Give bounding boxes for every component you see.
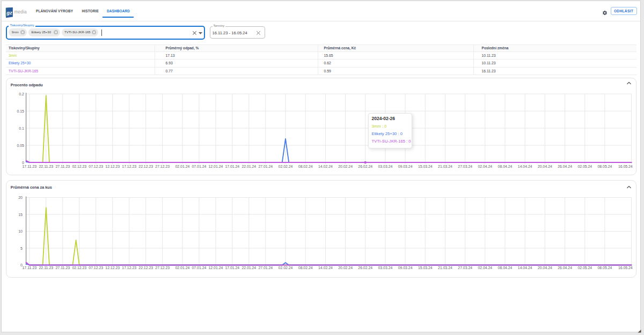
- svg-text:15.03.24: 15.03.24: [418, 266, 433, 270]
- svg-text:15: 15: [18, 213, 23, 217]
- svg-text:02.04.24: 02.04.24: [478, 266, 492, 270]
- svg-text:0.15: 0.15: [17, 109, 24, 113]
- svg-text:07.12.23: 07.12.23: [89, 165, 103, 168]
- svg-text:15.03.24: 15.03.24: [418, 165, 433, 168]
- svg-text:02.05.24: 02.05.24: [577, 266, 592, 270]
- svg-text:12.01.24: 12.01.24: [209, 266, 223, 270]
- svg-text:14.04.24: 14.04.24: [518, 266, 532, 270]
- svg-text:27.01.24: 27.01.24: [258, 165, 273, 168]
- svg-text:08.02.24: 08.02.24: [298, 165, 313, 168]
- svg-text:22.01.24: 22.01.24: [241, 165, 256, 168]
- svg-text:22.12.23: 22.12.23: [138, 165, 153, 168]
- svg-text:22.12.23: 22.12.23: [138, 266, 153, 270]
- svg-text:08.04.24: 08.04.24: [498, 266, 513, 270]
- svg-text:27.11.23: 27.11.23: [55, 266, 70, 270]
- svg-text:08.05.24: 08.05.24: [598, 266, 612, 270]
- svg-text:21.03.24: 21.03.24: [438, 266, 452, 270]
- svg-text:12.12.23: 12.12.23: [105, 266, 120, 270]
- svg-text:02.01.24: 02.01.24: [175, 266, 190, 270]
- svg-text:12.01.24: 12.01.24: [209, 165, 223, 168]
- svg-text:17.12.23: 17.12.23: [122, 266, 136, 270]
- svg-text:27.03.24: 27.03.24: [458, 266, 472, 270]
- svg-text:26.02.24: 26.02.24: [358, 165, 372, 168]
- svg-text:26.04.24: 26.04.24: [558, 266, 572, 270]
- svg-text:03.03.24: 03.03.24: [378, 165, 393, 168]
- svg-text:27.11.23: 27.11.23: [55, 165, 70, 168]
- svg-text:16.05.24: 16.05.24: [618, 165, 633, 168]
- svg-text:17.01.24: 17.01.24: [225, 165, 239, 168]
- svg-text:08.02.24: 08.02.24: [298, 266, 313, 270]
- svg-text:08.04.24: 08.04.24: [498, 165, 513, 168]
- svg-text:0.1: 0.1: [19, 126, 24, 130]
- svg-text:07.12.23: 07.12.23: [89, 266, 103, 270]
- svg-text:0.05: 0.05: [17, 144, 24, 147]
- svg-text:27.12.23: 27.12.23: [155, 165, 170, 168]
- svg-text:17.01.24: 17.01.24: [225, 266, 239, 270]
- svg-text:20: 20: [18, 196, 23, 199]
- svg-text:27.12.23: 27.12.23: [155, 266, 170, 270]
- svg-text:0: 0: [22, 161, 24, 165]
- svg-text:22.01.24: 22.01.24: [241, 266, 256, 270]
- svg-text:09.03.24: 09.03.24: [398, 165, 413, 168]
- svg-text:22.11.23: 22.11.23: [39, 165, 53, 168]
- svg-text:0.2: 0.2: [19, 92, 24, 96]
- svg-text:02.01.24: 02.01.24: [175, 165, 190, 168]
- svg-text:17.11.23: 17.11.23: [22, 266, 36, 270]
- svg-text:02.05.24: 02.05.24: [577, 165, 592, 168]
- svg-text:16.05.24: 16.05.24: [618, 266, 633, 270]
- svg-text:12.12.23: 12.12.23: [105, 165, 120, 168]
- svg-text:21.03.24: 21.03.24: [438, 165, 452, 168]
- svg-text:27.03.24: 27.03.24: [458, 165, 472, 168]
- svg-text:07.01.24: 07.01.24: [192, 165, 207, 168]
- svg-text:02.12.23: 02.12.23: [72, 266, 86, 270]
- svg-text:08.05.24: 08.05.24: [598, 165, 612, 168]
- svg-text:14.02.24: 14.02.24: [318, 266, 333, 270]
- svg-text:26.04.24: 26.04.24: [558, 165, 572, 168]
- svg-text:09.03.24: 09.03.24: [398, 266, 413, 270]
- svg-text:07.01.24: 07.01.24: [192, 266, 207, 270]
- svg-text:02.02.24: 02.02.24: [279, 165, 293, 168]
- svg-text:20.02.24: 20.02.24: [338, 165, 353, 168]
- svg-text:14.04.24: 14.04.24: [518, 165, 532, 168]
- svg-text:20.04.24: 20.04.24: [538, 165, 552, 168]
- svg-text:20.04.24: 20.04.24: [538, 266, 552, 270]
- svg-text:14.02.24: 14.02.24: [318, 165, 333, 168]
- svg-text:26.02.24: 26.02.24: [358, 266, 372, 270]
- svg-text:22.11.23: 22.11.23: [39, 266, 53, 270]
- svg-text:02.12.23: 02.12.23: [72, 165, 86, 168]
- svg-text:17.12.23: 17.12.23: [122, 165, 136, 168]
- svg-text:02.02.24: 02.02.24: [279, 266, 293, 270]
- svg-text:03.03.24: 03.03.24: [378, 266, 393, 270]
- svg-text:02.04.24: 02.04.24: [478, 165, 492, 168]
- svg-text:27.01.24: 27.01.24: [258, 266, 273, 270]
- svg-text:20.02.24: 20.02.24: [338, 266, 353, 270]
- svg-text:5: 5: [20, 247, 23, 250]
- svg-text:10: 10: [18, 229, 23, 233]
- svg-text:17.11.23: 17.11.23: [22, 165, 36, 168]
